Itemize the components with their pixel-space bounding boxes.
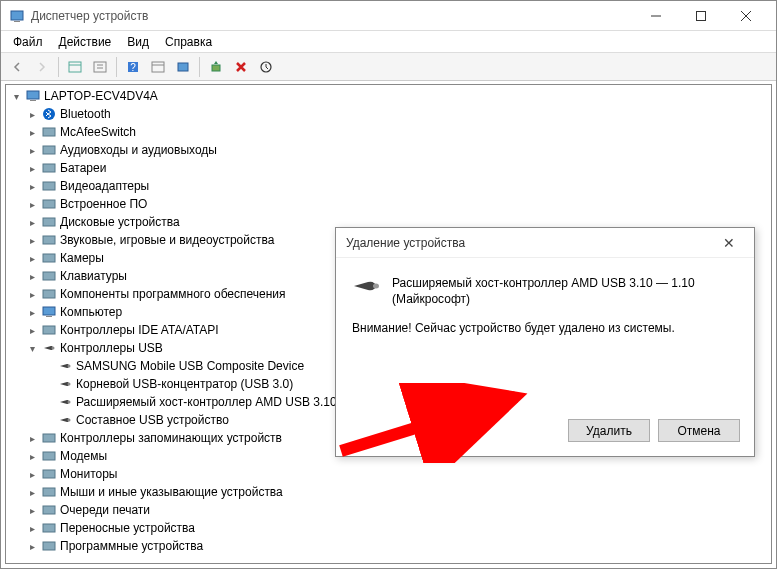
expander-icon[interactable]: ▸ — [26, 504, 38, 516]
toolbar-icon[interactable] — [88, 56, 112, 78]
tree-category-label: Bluetooth — [60, 107, 111, 121]
tree-category[interactable]: ▸Мыши и иные указывающие устройства — [6, 483, 771, 501]
titlebar: Диспетчер устройств — [1, 1, 776, 31]
toolbar-icon[interactable] — [63, 56, 87, 78]
tree-category[interactable]: ▸Переносные устройства — [6, 519, 771, 537]
svg-rect-16 — [212, 65, 220, 71]
expander-icon[interactable]: ▾ — [10, 90, 22, 102]
svg-rect-30 — [43, 290, 55, 298]
svg-rect-19 — [30, 100, 36, 101]
mouse-icon — [41, 484, 57, 500]
tree-category[interactable]: ▸Программные устройства — [6, 537, 771, 555]
minimize-button[interactable] — [633, 2, 678, 30]
menu-help[interactable]: Справка — [157, 33, 220, 51]
expander-icon[interactable]: ▸ — [26, 234, 38, 246]
tree-category-label: Встроенное ПО — [60, 197, 147, 211]
maximize-button[interactable] — [678, 2, 723, 30]
expander-icon[interactable]: ▸ — [26, 522, 38, 534]
dialog-title: Удаление устройства — [346, 236, 714, 250]
dialog-close-button[interactable]: ✕ — [714, 229, 744, 257]
svg-point-46 — [373, 284, 379, 289]
dialog-cancel-button[interactable]: Отмена — [658, 419, 740, 442]
expander-icon[interactable]: ▸ — [26, 450, 38, 462]
close-button[interactable] — [723, 2, 768, 30]
svg-rect-22 — [43, 146, 55, 154]
expander-icon[interactable]: ▸ — [26, 252, 38, 264]
disk-icon — [41, 214, 57, 230]
expander-icon[interactable]: ▸ — [26, 270, 38, 282]
forward-button[interactable] — [30, 56, 54, 78]
expander-icon[interactable]: ▾ — [26, 342, 38, 354]
tree-category-label: Компоненты программного обеспечения — [60, 287, 286, 301]
tree-category-label: Мыши и иные указывающие устройства — [60, 485, 283, 499]
tree-category-label: Батареи — [60, 161, 106, 175]
help-button[interactable]: ? — [121, 56, 145, 78]
svg-rect-28 — [43, 254, 55, 262]
svg-rect-44 — [43, 524, 55, 532]
expander-icon[interactable]: ▸ — [26, 432, 38, 444]
toolbar-icon[interactable] — [146, 56, 170, 78]
svg-rect-3 — [696, 11, 705, 20]
dialog-device-name: Расширяемый хост-контроллер AMD USB 3.10… — [392, 276, 740, 307]
tree-category[interactable]: ▸Очереди печати — [6, 501, 771, 519]
tree-category-label: Контроллеры запоминающих устройств — [60, 431, 282, 445]
expander-icon[interactable]: ▸ — [26, 324, 38, 336]
tree-category-label: Программные устройства — [60, 539, 203, 553]
svg-rect-43 — [43, 506, 55, 514]
update-button[interactable] — [254, 56, 278, 78]
uninstall-dialog: Удаление устройства ✕ Расширяемый хост-к… — [335, 227, 755, 457]
delete-button[interactable] — [229, 56, 253, 78]
tree-category[interactable]: ▸Встроенное ПО — [6, 195, 771, 213]
tree-category-label: Контроллеры USB — [60, 341, 163, 355]
tree-category[interactable]: ▸Bluetooth — [6, 105, 771, 123]
usb-plug-icon — [350, 276, 382, 296]
tree-category-label: Очереди печати — [60, 503, 150, 517]
svg-rect-23 — [43, 164, 55, 172]
toolbar-icon[interactable] — [171, 56, 195, 78]
expander-icon[interactable]: ▸ — [26, 144, 38, 156]
expander-icon[interactable]: ▸ — [26, 468, 38, 480]
svg-point-38 — [68, 419, 71, 422]
back-button[interactable] — [5, 56, 29, 78]
display-icon — [41, 178, 57, 194]
svg-point-34 — [52, 347, 55, 350]
modem-icon — [41, 448, 57, 464]
expander-icon[interactable]: ▸ — [26, 180, 38, 192]
expander-icon[interactable]: ▸ — [26, 306, 38, 318]
svg-rect-26 — [43, 218, 55, 226]
usb-icon — [57, 394, 73, 410]
expander-icon[interactable]: ▸ — [26, 162, 38, 174]
svg-rect-15 — [178, 63, 188, 71]
tree-category-label: Мониторы — [60, 467, 117, 481]
svg-rect-25 — [43, 200, 55, 208]
svg-rect-8 — [94, 62, 106, 72]
portable-icon — [41, 520, 57, 536]
tree-category[interactable]: ▸Мониторы — [6, 465, 771, 483]
expander-icon[interactable]: ▸ — [26, 108, 38, 120]
tree-category[interactable]: ▸McAfeeSwitch — [6, 123, 771, 141]
scan-button[interactable] — [204, 56, 228, 78]
svg-rect-29 — [43, 272, 55, 280]
tree-category-label: Компьютер — [60, 305, 122, 319]
dialog-ok-button[interactable]: Удалить — [568, 419, 650, 442]
tree-category[interactable]: ▸Видеоадаптеры — [6, 177, 771, 195]
tree-category-label: Звуковые, игровые и видеоустройства — [60, 233, 274, 247]
tree-category[interactable]: ▸Батареи — [6, 159, 771, 177]
printer-icon — [41, 502, 57, 518]
menu-file[interactable]: Файл — [5, 33, 51, 51]
svg-rect-40 — [43, 452, 55, 460]
expander-icon[interactable]: ▸ — [26, 540, 38, 552]
tree-root[interactable]: ▾LAPTOP-ECV4DV4A — [6, 87, 771, 105]
tree-root-label: LAPTOP-ECV4DV4A — [44, 89, 158, 103]
bluetooth-icon — [41, 106, 57, 122]
menu-view[interactable]: Вид — [119, 33, 157, 51]
tree-category[interactable]: ▸Аудиовходы и аудиовыходы — [6, 141, 771, 159]
expander-icon[interactable]: ▸ — [26, 486, 38, 498]
expander-icon[interactable]: ▸ — [26, 288, 38, 300]
svg-rect-39 — [43, 434, 55, 442]
expander-icon[interactable]: ▸ — [26, 126, 38, 138]
expander-icon[interactable]: ▸ — [26, 216, 38, 228]
tree-category-label: Камеры — [60, 251, 104, 265]
expander-icon[interactable]: ▸ — [26, 198, 38, 210]
menu-action[interactable]: Действие — [51, 33, 120, 51]
